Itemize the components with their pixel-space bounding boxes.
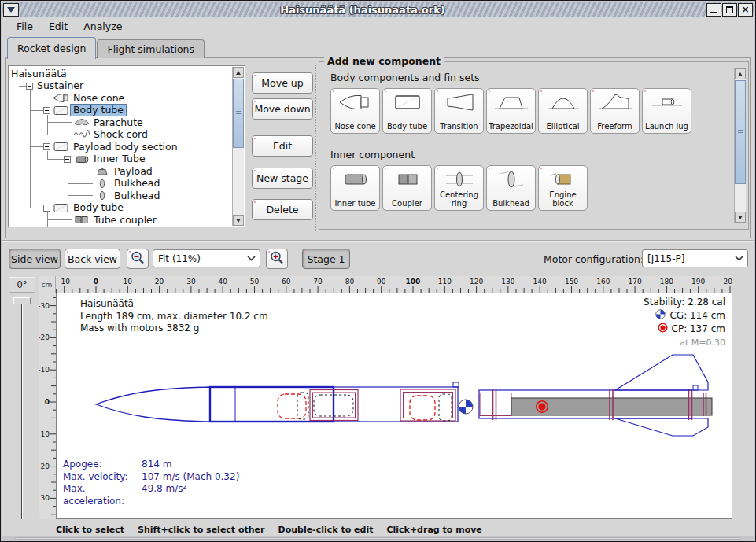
svg-text:0: 0 — [94, 278, 98, 286]
bulkhead-part[interactable] — [439, 394, 452, 421]
tree-item-shock-cord[interactable]: Shock cord — [9, 129, 232, 142]
close-button[interactable]: × — [738, 3, 753, 17]
window-menu-button[interactable] — [3, 3, 19, 17]
tab-rocket-design[interactable]: Rocket design — [7, 37, 96, 59]
tree-item-payload[interactable]: Payload — [9, 165, 232, 178]
add-launch-lug-button[interactable]: Launch lug — [642, 88, 691, 134]
tree-item-label: Bulkhead — [112, 190, 162, 201]
zoom-select[interactable]: Fit (11%) — [153, 249, 260, 267]
inner-tube-part[interactable] — [400, 389, 455, 421]
add-inner-tube-button[interactable]: Inner tube — [330, 165, 380, 211]
tree-connector — [47, 219, 72, 220]
back-view-button[interactable]: Back view — [65, 249, 120, 269]
tree-item-body-tube[interactable]: Body tube — [9, 202, 232, 215]
centering-ring-icon — [441, 169, 478, 193]
tree-rows: HaisunäätäSustainerNose coneBody tubePar… — [9, 68, 232, 227]
flight-stat-row: Max. acceleration:49.8 m/s² — [63, 483, 239, 507]
add-elliptical-button[interactable]: Elliptical — [538, 88, 588, 134]
add-nose-cone-button[interactable]: Nose cone — [330, 88, 380, 134]
engine-block-icon — [545, 169, 581, 193]
add-engine-block-button[interactable]: Engine block — [538, 165, 588, 211]
tree-collapse-toggle[interactable] — [26, 83, 33, 90]
window-bottom-frame — [2, 536, 754, 540]
rocket-canvas[interactable]: Haisunäätä Length 189 cm, max. diameter … — [56, 293, 732, 519]
rocket-info: Haisunäätä Length 189 cm, max. diameter … — [80, 298, 268, 335]
nose-cone-part[interactable] — [96, 387, 210, 422]
svg-text:150: 150 — [565, 278, 578, 286]
zoom-in-button[interactable]: + — [266, 249, 288, 269]
tree-collapse-toggle[interactable] — [43, 205, 50, 212]
tab-flight-simulations[interactable]: Flight simulations — [97, 39, 205, 58]
tree-item-label: Haisunäätä — [9, 68, 69, 79]
maximize-button[interactable] — [722, 3, 737, 17]
add-coupler-button[interactable]: Coupler — [382, 165, 432, 211]
tree-scrollbar[interactable] — [232, 67, 244, 226]
add-transition-button[interactable]: Transition — [434, 88, 484, 134]
tube-coupler-icon — [72, 215, 91, 225]
stage-toggle-button[interactable]: Stage 1 — [302, 249, 350, 269]
tree-item-bulkhead[interactable]: Bulkhead — [9, 190, 232, 202]
tree-collapse-toggle[interactable] — [43, 107, 50, 114]
rotation-slider-thumb[interactable] — [13, 297, 31, 304]
tree-item-payload-body-section[interactable]: Payload body section — [9, 141, 232, 153]
tree-scrollbar-thumb[interactable] — [233, 79, 244, 148]
edit-button[interactable]: Edit — [252, 135, 313, 157]
tree-item-body-tube[interactable]: Body tube — [9, 105, 232, 117]
minimize-button[interactable] — [706, 3, 721, 17]
svg-text:170: 170 — [629, 278, 642, 286]
tree-item-haisun-t[interactable]: Haisunäätä — [9, 68, 232, 80]
scroll-down-icon[interactable] — [233, 215, 244, 226]
delete-button[interactable]: Delete — [252, 199, 313, 220]
launch-lug-part[interactable] — [693, 385, 698, 390]
new-stage-button[interactable]: New stage — [252, 168, 313, 189]
launch-lug-icon — [649, 92, 685, 116]
fin-set-part[interactable] — [615, 355, 708, 436]
side-view-button[interactable]: Side view — [9, 249, 61, 269]
add-bulkhead-button[interactable]: Bulkhead — [486, 165, 536, 211]
rotation-slider[interactable] — [21, 299, 23, 519]
flight-stat-value: 49.8 m/s² — [142, 483, 186, 507]
add-trapezoidal-button[interactable]: Trapezoidal — [486, 88, 536, 134]
bulkhead-icon — [493, 169, 529, 193]
add-freeform-button[interactable]: Freeform — [590, 88, 640, 134]
component-scrollbar[interactable] — [734, 68, 746, 223]
window-title: Haisunäätä (haisunaata.ork) — [19, 4, 706, 16]
scroll-up-icon[interactable] — [735, 68, 746, 79]
tree-item-parachute[interactable]: Parachute — [9, 116, 232, 129]
resize-grip[interactable] — [15, 537, 741, 540]
body-tube-icon — [389, 92, 426, 116]
menu-analyze[interactable]: Analyze — [76, 19, 130, 34]
menu-edit[interactable]: Edit — [41, 19, 76, 34]
menu-file[interactable]: File — [9, 19, 41, 34]
launch-lug-part[interactable] — [453, 382, 459, 387]
tree-item-tube-coupler[interactable]: Tube coupler — [9, 214, 232, 227]
motor-configuration-select[interactable]: [J115-P] — [642, 249, 748, 267]
tree-guide-line — [30, 90, 31, 208]
add-centering-ring-button[interactable]: Centering ring — [434, 165, 484, 211]
tree-guide-line — [68, 164, 68, 196]
component-scrollbar-thumb[interactable] — [735, 80, 746, 184]
add-body-tube-button[interactable]: Body tube — [382, 88, 432, 134]
move-up-button[interactable]: Move up — [252, 72, 313, 94]
scroll-up-icon[interactable] — [233, 67, 244, 78]
component-button-label: Trapezoidal — [489, 123, 533, 131]
component-tree[interactable]: HaisunäätäSustainerNose coneBody tubePar… — [8, 65, 245, 227]
tree-collapse-toggle[interactable] — [64, 156, 71, 163]
tree-item-bulkhead[interactable]: Bulkhead — [9, 178, 232, 190]
tree-collapse-toggle[interactable] — [43, 143, 50, 150]
flight-stat-row: Apogee:814 m — [63, 459, 239, 471]
tree-item-nose-cone[interactable]: Nose cone — [9, 92, 232, 105]
tree-item-inner-tube[interactable]: Inner Tube — [9, 153, 232, 166]
payload-part[interactable] — [410, 396, 435, 420]
component-button-label: Bulkhead — [492, 200, 529, 208]
parachute-part[interactable] — [278, 394, 306, 418]
zoom-out-button[interactable]: − — [127, 249, 149, 269]
move-down-button[interactable]: Move down — [252, 98, 313, 120]
window: Haisunäätä (haisunaata.ork) × FileEditAn… — [0, 0, 756, 542]
tree-connector — [30, 110, 43, 111]
tree-item-bulkhead[interactable]: Bulkhead — [9, 227, 232, 228]
component-button-label: Body tube — [387, 123, 427, 131]
scroll-down-icon[interactable] — [735, 212, 746, 223]
tree-item-sustainer[interactable]: Sustainer — [9, 80, 232, 93]
shock-cord-part[interactable] — [297, 393, 308, 419]
